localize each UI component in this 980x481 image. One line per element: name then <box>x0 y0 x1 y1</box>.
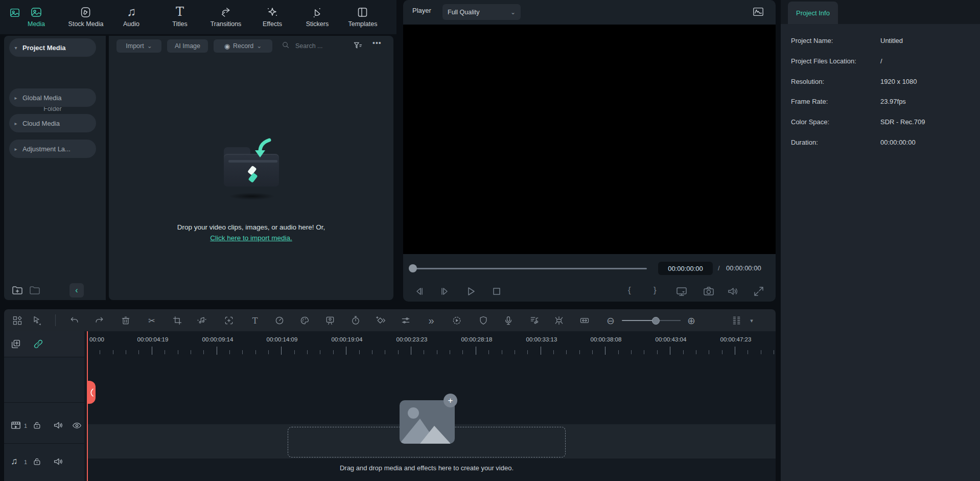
chevron-down-icon: ⌄ <box>147 43 152 49</box>
player-label: Player <box>412 7 431 14</box>
timeline-toolbar: ✂ T » <box>4 309 776 331</box>
timeline-zoom-slider[interactable] <box>622 320 681 321</box>
color-palette-icon[interactable] <box>299 315 310 326</box>
tab-titles[interactable]: T Titles <box>172 4 187 28</box>
tab-audio[interactable]: ♫ Audio <box>123 4 139 28</box>
tab-effects[interactable]: Effects <box>263 4 282 28</box>
audio-lock-icon[interactable] <box>32 456 43 468</box>
playhead-line[interactable] <box>87 331 88 481</box>
current-timecode[interactable]: 00:00:00:00 <box>658 262 713 275</box>
more-options-icon[interactable]: ••• <box>372 39 382 47</box>
timeline-ruler[interactable]: 00:00 00:00:04:19 00:00:09:14 00:00:14:0… <box>4 331 776 356</box>
voiceover-mic-icon[interactable] <box>503 315 514 326</box>
fullscreen-button[interactable] <box>753 285 766 299</box>
triangle-right-icon: ▸ <box>9 95 22 101</box>
previous-frame-button[interactable] <box>413 285 427 299</box>
keyframe-icon[interactable] <box>375 315 386 326</box>
record-button[interactable]: ◉ Record ⌄ <box>214 39 272 53</box>
snapshot-button[interactable] <box>703 285 716 299</box>
total-timecode: 00:00:00:00 <box>726 264 761 272</box>
files-location-label: Project Files Location: <box>791 57 856 65</box>
record-icon: ◉ <box>224 42 230 50</box>
display-device-button[interactable] <box>675 285 689 299</box>
select-tool-icon[interactable] <box>31 315 42 326</box>
tab-transitions[interactable]: Transitions <box>211 4 242 28</box>
track-manager-icon[interactable] <box>731 315 742 326</box>
new-folder-icon[interactable] <box>11 284 25 297</box>
collapse-left-icon: ‹ <box>75 286 78 295</box>
video-track-icon <box>10 420 21 431</box>
timeline-hint-text: Drag and drop media and effects here to … <box>87 464 766 472</box>
mark-in-button[interactable]: { <box>628 285 631 295</box>
search-input[interactable]: Search ... <box>282 39 323 53</box>
shield-icon[interactable] <box>478 315 489 326</box>
tab-media[interactable]: Media <box>28 4 45 28</box>
tab-stickers[interactable]: Stickers <box>306 4 329 28</box>
next-frame-button[interactable] <box>438 285 452 299</box>
duration-label: Duration: <box>791 139 818 146</box>
add-media-plus-icon[interactable]: + <box>444 394 457 407</box>
delete-folder-icon[interactable] <box>29 284 42 297</box>
crop-icon[interactable] <box>172 315 183 326</box>
collapse-sidebar-button[interactable]: ‹ <box>69 283 84 297</box>
filmora-logo-icon <box>243 165 261 185</box>
timer-icon[interactable] <box>350 315 361 326</box>
player-panel: Player Full Quality ⌄ 00:00:00:00 / 00:0… <box>403 0 776 302</box>
filter-icon[interactable] <box>353 40 363 53</box>
sidebar-item-cloud-media[interactable]: ▸ Cloud Media <box>9 114 96 132</box>
chevron-down-icon: ⌄ <box>510 9 516 16</box>
seek-bar[interactable] <box>413 268 647 269</box>
audio-mute-icon[interactable] <box>53 456 64 467</box>
render-preview-icon[interactable] <box>451 315 462 326</box>
seek-handle[interactable] <box>409 264 417 272</box>
sidebar-item-global-media[interactable]: ▸ Global Media <box>9 88 96 107</box>
search-icon <box>282 41 290 52</box>
sidebar-item-project-media[interactable]: ▾ Project Media <box>9 38 96 57</box>
video-mute-icon[interactable] <box>53 420 64 431</box>
import-folder-illustration[interactable] <box>222 146 281 204</box>
tab-templates[interactable]: Templates <box>348 4 378 28</box>
quick-split-icon[interactable] <box>553 315 565 326</box>
color-space-value: SDR - Rec.709 <box>880 118 925 126</box>
track-manager-dropdown-icon[interactable]: ▾ <box>746 315 757 326</box>
top-nav-bar: Media Stock Media ♫ Audio T Titles Trans… <box>0 0 396 34</box>
audio-detach-icon[interactable] <box>196 315 207 326</box>
ai-image-button[interactable]: AI Image <box>167 39 208 53</box>
project-name-value: Untitled <box>880 37 903 44</box>
play-button[interactable] <box>464 285 478 299</box>
more-tools-icon[interactable]: » <box>426 315 437 326</box>
chroma-key-icon[interactable] <box>324 315 336 326</box>
templates-icon <box>348 4 378 18</box>
import-button[interactable]: Import ⌄ <box>116 39 161 53</box>
split-scissors-icon[interactable]: ✂ <box>146 315 157 326</box>
media-manager-icon[interactable] <box>12 315 23 326</box>
playhead-handle[interactable] <box>88 381 96 404</box>
fit-timeline-icon[interactable] <box>579 315 590 326</box>
timeline-zoom-handle[interactable] <box>652 317 660 325</box>
video-visibility-icon[interactable] <box>72 420 83 431</box>
adjustment-icon[interactable] <box>400 315 411 326</box>
scopes-icon[interactable] <box>752 6 764 17</box>
undo-icon[interactable] <box>69 315 80 326</box>
tab-stock-media[interactable]: Stock Media <box>68 4 104 28</box>
speed-icon[interactable] <box>274 315 285 326</box>
volume-button[interactable] <box>727 285 740 299</box>
audio-stretch-icon[interactable] <box>529 315 540 326</box>
add-freeze-frame-icon[interactable] <box>223 315 235 326</box>
files-location-value: / <box>880 57 882 65</box>
quality-select[interactable]: Full Quality ⌄ <box>442 4 521 20</box>
video-lock-icon[interactable] <box>32 420 43 431</box>
triangle-down-icon: ▾ <box>9 45 22 51</box>
mark-out-button[interactable]: } <box>654 285 657 295</box>
text-tool-icon[interactable]: T <box>249 315 261 326</box>
delete-icon[interactable] <box>120 315 131 326</box>
redo-icon[interactable] <box>94 315 105 326</box>
zoom-out-icon[interactable]: ⊖ <box>605 315 616 326</box>
tab-project-info[interactable]: Project Info <box>788 2 838 24</box>
drop-hint-text: Drop your video clips, images, or audio … <box>109 223 393 231</box>
sidebar-item-adjustment-layer[interactable]: ▸ Adjustment La... <box>9 140 96 158</box>
import-media-link[interactable]: Click here to import media. <box>109 234 393 242</box>
zoom-in-icon[interactable]: ⊕ <box>686 315 697 326</box>
media-library-icon[interactable] <box>9 7 20 18</box>
stop-button[interactable] <box>491 285 504 299</box>
